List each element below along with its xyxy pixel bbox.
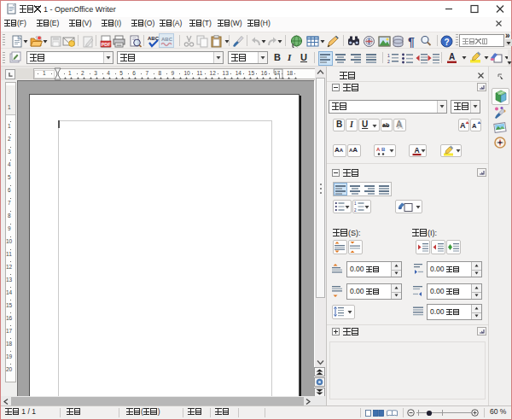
svg-text:A: A bbox=[460, 121, 466, 130]
svg-text:1: 1 bbox=[387, 53, 390, 58]
svg-text:?: ? bbox=[444, 38, 449, 47]
svg-text:A: A bbox=[449, 52, 455, 61]
svg-text:¶: ¶ bbox=[408, 35, 415, 48]
svg-text:A: A bbox=[376, 147, 381, 152]
svg-text:1: 1 bbox=[354, 201, 357, 206]
svg-text:2: 2 bbox=[354, 208, 357, 213]
svg-text:A: A bbox=[414, 146, 419, 155]
svg-text:PDF: PDF bbox=[102, 42, 112, 47]
svg-text:A: A bbox=[472, 122, 477, 130]
svg-text:B: B bbox=[381, 147, 386, 152]
svg-text:2: 2 bbox=[387, 59, 390, 64]
